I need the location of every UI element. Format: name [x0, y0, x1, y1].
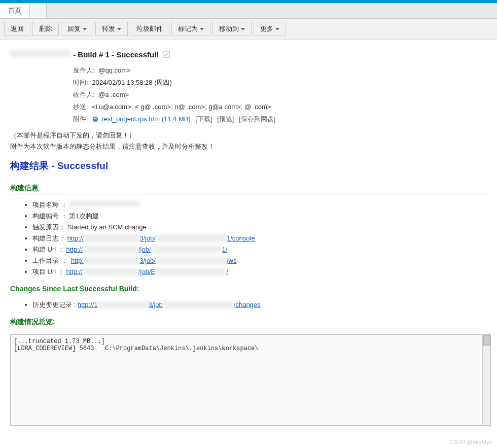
chevron-down-icon — [241, 28, 245, 30]
cause-label: 触发原因： — [32, 223, 65, 231]
from-value: @qq.com> — [98, 66, 130, 74]
list-item: 项目名称 ： — [32, 200, 491, 210]
attach-row: 附件: test_project.rps.htm (11.4 MB) [下载] … — [73, 115, 491, 124]
reply-button[interactable]: 回复 — [61, 22, 93, 36]
project-url-label: 项目 Url ： — [32, 268, 64, 275]
cc-row: 抄送: <l u@a com>; < g@ .com>; n@ .com>; g… — [73, 102, 491, 112]
email-body: （本邮件是程序自动下发的，请勿回复！） 附件为本次软件版本的静态分析结果，请注意… — [10, 131, 491, 426]
svg-point-1 — [93, 117, 98, 122]
log-label: 构建日志： — [32, 234, 65, 242]
time-label: 时间: — [73, 79, 88, 86]
mark-button[interactable]: 标记为 — [171, 22, 210, 36]
divider — [10, 294, 491, 294]
list-item: 工作目录 ： http:x3/job/x/ws — [32, 256, 491, 265]
cc-label: 抄送: — [73, 103, 88, 111]
list-item: 项目 Url ： http://x/job/Ex/ — [32, 267, 491, 277]
auto-note-2: 附件为本次软件版本的静态分析结果，请注意查收，并及时分析整改！ — [10, 142, 491, 151]
build-url-link[interactable]: http://x/job/x1/ — [66, 246, 227, 253]
attachment-icon — [92, 116, 99, 123]
meta-block: 发件人: @qq.com> 时间: 2024/02/01 13:58:28 (周… — [73, 66, 491, 124]
changes-list: 历史变更记录 : http://1x3/jobx/changes — [32, 300, 491, 309]
move-label: 移动到 — [219, 24, 239, 33]
build-log-box[interactable]: [...truncated 1.73 MB...] [LDRA_CODEREVI… — [10, 334, 491, 426]
back-button[interactable]: 返回 — [4, 22, 30, 36]
to-row: 收件人: @a .com> — [73, 90, 491, 99]
divider — [10, 328, 491, 328]
chevron-down-icon — [83, 28, 87, 30]
section-build-info: 构建信息 — [10, 184, 491, 193]
time-value: 2024/02/01 13:58:28 (周四) — [92, 79, 172, 86]
build-url-label: 构建 Url ： — [32, 246, 64, 253]
workspace-link[interactable]: http:x3/job/x/ws — [71, 257, 237, 264]
project-name-label: 项目名称 ： — [32, 201, 67, 209]
tab-second[interactable] — [30, 3, 47, 18]
spam-button[interactable]: 垃圾邮件 — [130, 22, 169, 36]
list-item: 历史变更记录 : http://1x3/jobx/changes — [32, 300, 491, 309]
cc-value: <l u@a com>; < g@ .com>; n@ .com>; g@a c… — [92, 103, 271, 111]
list-item: 构建日志： http://x3/job/x1/console — [32, 234, 491, 243]
divider — [10, 194, 491, 194]
attach-preview[interactable]: [预览] — [217, 115, 234, 123]
build-log-link[interactable]: http://x3/job/x1/console — [67, 234, 255, 242]
email-content: - Build # 1 - Successful! 发件人: @qq.com> … — [0, 40, 497, 436]
forward-label: 转发 — [102, 24, 115, 33]
more-label: 更多 — [260, 24, 273, 33]
move-button[interactable]: 移动到 — [212, 22, 252, 36]
list-item: 触发原因： Started by an SCM change — [32, 223, 491, 232]
project-name-value — [69, 200, 140, 207]
forward-button[interactable]: 转发 — [95, 22, 128, 36]
tab-home[interactable]: 首页 — [0, 3, 30, 18]
mark-label: 标记为 — [178, 24, 198, 33]
subject-redacted — [10, 50, 71, 57]
attach-download[interactable]: [下载] — [195, 115, 212, 123]
scroll-thumb[interactable] — [483, 335, 490, 346]
tab-row: 首页 — [0, 3, 497, 19]
build-result-title: 构建结果 - Successful — [10, 159, 491, 173]
build-num-label: 构建编号 ： — [32, 212, 67, 220]
more-button[interactable]: 更多 — [254, 22, 286, 36]
section-changes: Changes Since Last Successful Build: — [10, 285, 491, 293]
attach-save[interactable]: [保存到网盘] — [239, 115, 275, 123]
cause-value: Started by an SCM change — [67, 223, 147, 231]
chevron-down-icon — [200, 28, 204, 30]
subject-row: - Build # 1 - Successful! — [10, 50, 491, 59]
section-overview: 构建情况总览: — [10, 318, 491, 327]
build-num-value: 第1次构建 — [69, 212, 99, 220]
list-item: 构建 Url ： http://x/job/x1/ — [32, 245, 491, 254]
from-row: 发件人: @qq.com> — [73, 66, 491, 75]
toolbar: 返回 删除 回复 转发 垃圾邮件 标记为 移动到 更多 — [0, 19, 497, 40]
attachment-name[interactable]: test_project.rps.htm (11.4 MB) — [102, 115, 191, 123]
changes-link[interactable]: http://1x3/jobx/changes — [78, 301, 261, 308]
to-label: 收件人: — [73, 91, 95, 98]
scrollbar[interactable] — [482, 335, 490, 425]
project-url-link[interactable]: http://x/job/Ex/ — [66, 268, 228, 275]
changes-label: 历史变更记录 : — [32, 301, 76, 308]
time-row: 时间: 2024/02/01 13:58:28 (周四) — [73, 78, 491, 87]
from-label: 发件人: — [73, 66, 95, 74]
delete-button[interactable]: 删除 — [32, 22, 59, 36]
chevron-down-icon — [275, 28, 279, 30]
reply-label: 回复 — [67, 24, 81, 33]
edit-icon[interactable] — [163, 51, 170, 58]
attach-label: 附件: — [73, 115, 88, 123]
build-info-list: 项目名称 ： 构建编号 ： 第1次构建 触发原因： Started by an … — [32, 200, 491, 277]
list-item: 构建编号 ： 第1次构建 — [32, 212, 491, 221]
workspace-label: 工作目录 ： — [32, 257, 67, 264]
to-value: @a .com> — [98, 91, 129, 98]
auto-note-1: （本邮件是程序自动下发的，请勿回复！） — [10, 131, 491, 140]
log-line: [LDRA_CODEREVIEW] 5643 C:\ProgramData\Je… — [14, 345, 487, 352]
chevron-down-icon — [117, 28, 121, 30]
subject-text: - Build # 1 - Successful! — [71, 50, 159, 59]
log-line: [...truncated 1.73 MB...] — [14, 338, 487, 345]
